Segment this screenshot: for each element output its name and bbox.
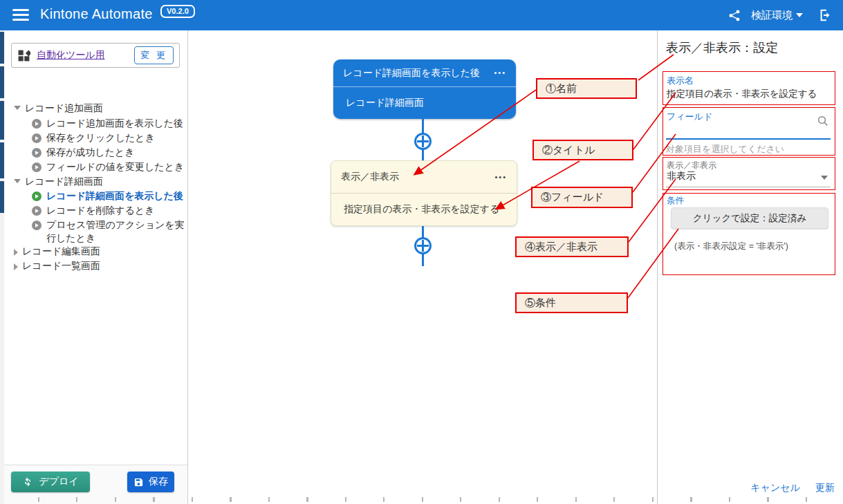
app-selector-card: 自動化ツール用 変 更 [11,43,180,68]
tree-label: レコード詳細画面 [25,175,103,188]
sidebar-item-detail-shown-selected[interactable]: レコード詳細画面を表示した後 [4,189,183,203]
annotation-label: ②タイトル [542,144,595,157]
field-placeholder-text: 対象項目を選択してください [666,143,784,156]
environment-label: 検証環境 [751,9,793,22]
sidebar-item-save-clicked[interactable]: 保存をクリックしたとき [4,131,155,144]
tree-label: レコード詳細画面を表示した後 [46,189,183,203]
annotation-box-name: ①名前 [536,78,637,99]
condition-set-button[interactable]: クリックで設定：設定済み [671,207,828,229]
annotation-label: ①名前 [546,82,577,95]
field-search-input[interactable] [666,123,831,140]
visibility-group: 表示／非表示 非表示 [663,157,835,190]
deploy-button[interactable]: デプロイ [11,472,90,492]
share-icon[interactable] [728,8,741,22]
annotation-box-title: ②タイトル [532,140,633,160]
annotation-box-visibility: ④表示／非表示 [515,236,629,257]
kintone-automate-app: Kintone Automate V0.2.0 検証環境 [0,0,843,504]
add-step-icon[interactable] [414,237,432,254]
sidebar-item-add-shown[interactable]: レコード追加画面を表示した後 [4,117,183,130]
visibility-select-value[interactable]: 非表示 [667,170,696,183]
condition-group: 条件 クリックで設定：設定済み (表示・非表示設定 = '非表示') [663,193,835,275]
display-name-group: 表示名 指定項目の表示・非表示を設定する [663,71,835,105]
settings-panel: 表示／非表示：設定 表示名 指定項目の表示・非表示を設定する フィールド 対象項… [657,30,843,504]
trigger-node-title: レコード詳細画面を表示した後 [343,67,480,80]
action-node-title: 表示／非表示 [341,171,399,183]
play-circle-icon [32,148,41,158]
tree-label: レコード追加画面を表示した後 [46,117,183,130]
sidebar-group-record-add[interactable]: レコード追加画面 [4,102,103,115]
sidebar-item-process-action[interactable]: プロセス管理のアクションを実行したとき [4,218,185,245]
condition-summary: (表示・非表示設定 = '非表示') [674,241,788,252]
sidebar-item-record-delete[interactable]: レコードを削除するとき [4,204,155,217]
sidebar-group-record-detail[interactable]: レコード詳細画面 [4,175,103,188]
caret-down-icon [14,106,21,110]
tree-label: フィールドの値を変更したとき [46,160,184,174]
environment-selector[interactable]: 検証環境 [751,9,803,22]
play-circle-icon [32,133,41,143]
chevron-down-icon [796,13,803,17]
save-button[interactable]: 保存 [127,472,174,492]
chevron-down-icon[interactable] [821,176,828,180]
condition-label: 条件 [667,195,684,207]
change-app-button[interactable]: 変 更 [134,46,174,64]
select-underline [666,187,831,187]
app-bar: Kintone Automate V0.2.0 検証環境 [0,0,843,30]
caret-right-icon [14,249,18,256]
display-name-value[interactable]: 指定項目の表示・非表示を設定する [667,88,817,100]
sync-icon [22,476,33,487]
update-link[interactable]: 更新 [815,482,835,494]
trigger-node[interactable]: レコード詳細画面を表示した後 レコード詳細画面 [333,59,516,119]
app-name-link[interactable]: 自動化ツール用 [37,49,105,62]
version-badge: V0.2.0 [160,5,195,18]
action-node[interactable]: 表示／非表示 指定項目の表示・非表示を設定する [331,160,517,226]
sidebar-group-record-list[interactable]: レコード一覧画面 [4,259,100,272]
caret-right-icon [14,263,18,270]
app-icon [17,49,30,62]
play-circle-icon [32,206,41,216]
action-node-subtitle: 指定項目の表示・非表示を設定する [344,203,499,216]
play-circle-icon [32,221,41,230]
more-icon[interactable] [494,174,507,181]
sidebar-item-save-success[interactable]: 保存が成功したとき [4,146,135,159]
play-circle-icon [32,192,41,201]
more-icon[interactable] [494,69,506,77]
tree-label: プロセス管理のアクションを実行したとき [46,218,185,245]
annotation-label: ④表示／非表示 [525,241,597,254]
canvas-ruler-ticks [38,497,837,502]
panel-title: 表示／非表示：設定 [666,39,778,56]
play-circle-icon [32,162,41,172]
floppy-icon [133,477,144,487]
sidebar-group-record-edit[interactable]: レコード編集画面 [4,245,100,258]
sidebar: 自動化ツール用 変 更 レコード追加画面 レコード追加画面を表示した後 保存をク… [4,30,188,504]
app-title: Kintone Automate [40,6,153,22]
tree-label: 保存をクリックしたとき [46,131,155,144]
menu-icon[interactable] [12,9,29,21]
display-name-label: 表示名 [667,75,694,87]
cancel-link[interactable]: キャンセル [750,482,800,494]
play-circle-icon [32,119,41,129]
annotation-label: ⑤条件 [525,297,556,310]
field-label: フィールド [667,111,712,123]
tree-label: レコードを削除するとき [46,204,155,217]
trigger-node-subtitle: レコード詳細画面 [346,97,424,109]
tree-label: レコード追加画面 [25,102,103,115]
logout-icon[interactable] [818,8,833,23]
field-group: フィールド 対象項目を選択してください [663,107,835,156]
annotation-box-field: ③フィールド [531,187,633,208]
tree-label: レコード編集画面 [22,245,100,258]
tree-label: 保存が成功したとき [46,146,135,159]
add-step-icon[interactable] [414,133,432,150]
save-label: 保存 [149,476,168,488]
annotation-box-condition: ⑤条件 [515,292,628,313]
tree-label: レコード一覧画面 [22,259,100,272]
deploy-label: デプロイ [39,476,78,488]
caret-down-icon [14,179,21,183]
annotation-label: ③フィールド [541,191,604,204]
sidebar-item-field-changed[interactable]: フィールドの値を変更したとき [4,160,184,174]
